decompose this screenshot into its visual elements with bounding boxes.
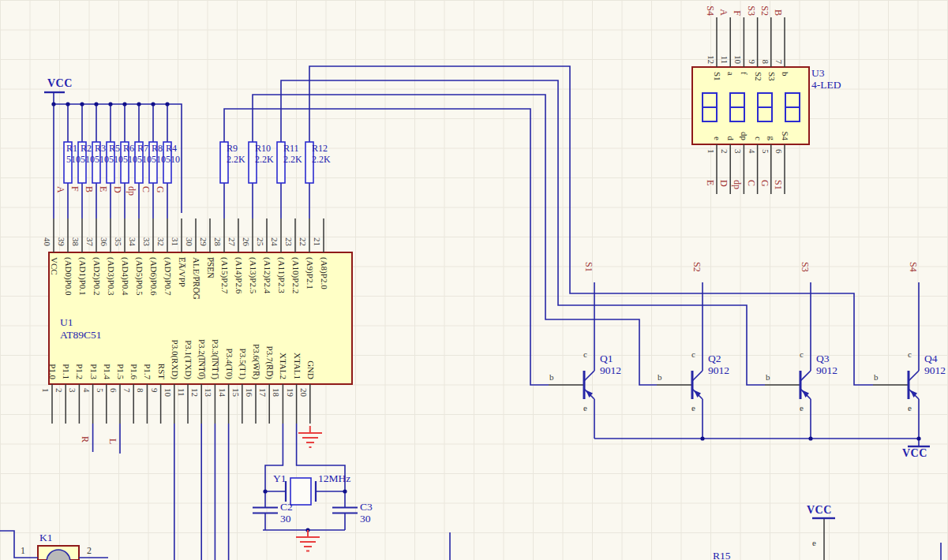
transistor-q3 — [800, 371, 811, 399]
transistor-q4 — [909, 371, 919, 399]
display-body[interactable] — [692, 67, 809, 144]
schematic-graphics — [0, 0, 948, 560]
schematic-canvas: VCC VCC VCC U1 AT89C51 U3 4-LED Y1 12MHz… — [0, 0, 948, 560]
transistor-q1 — [584, 371, 594, 399]
button-body[interactable] — [38, 546, 79, 560]
transistor-q2 — [692, 371, 703, 399]
mcu-body[interactable] — [49, 252, 352, 384]
crystal-symbol — [290, 478, 311, 505]
